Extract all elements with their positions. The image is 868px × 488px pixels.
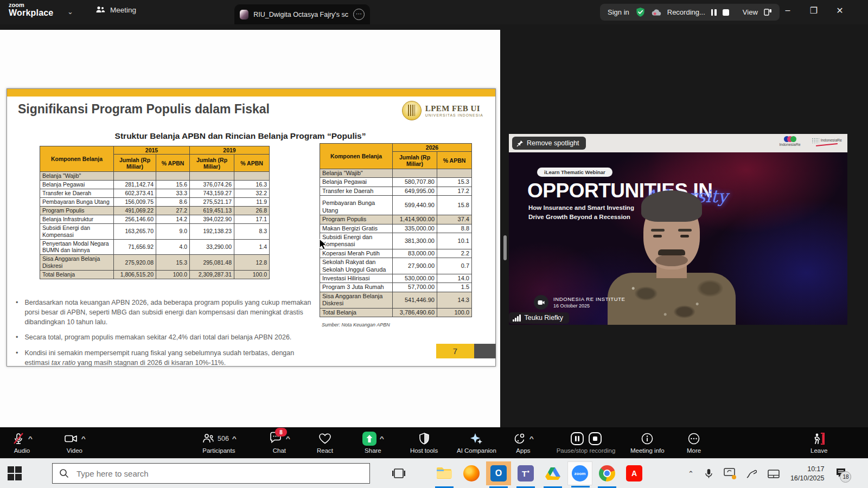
apps-icon: [513, 432, 526, 445]
windows-taskbar: O T● zoom A ⌃ 10:17 16/10/: [0, 458, 868, 488]
minimize-button[interactable]: –: [780, 5, 796, 15]
table-row: Investasi Hilirisasi530,000.0014.0: [320, 274, 472, 283]
bullet-text: Secara total, program populis memakan se…: [24, 333, 291, 343]
search-input[interactable]: [75, 468, 327, 479]
share-button[interactable]: ^ Share: [362, 431, 384, 454]
taskbar-app-outlook[interactable]: O: [486, 461, 511, 485]
tab-meeting-label: Meeting: [110, 6, 136, 14]
slide-bullets: • Berdasarkan nota keuangan APBN 2026, a…: [16, 298, 313, 374]
slide-page-number: 7: [436, 344, 474, 358]
restore-button[interactable]: ❐: [806, 5, 822, 16]
close-button[interactable]: ✕: [832, 5, 848, 16]
tab-screen-share-label: RIU_Dwigita Octasya Fajry's scree: [253, 11, 348, 18]
apps-button[interactable]: ^ Apps: [513, 431, 533, 454]
taskbar-search[interactable]: [52, 463, 370, 484]
meeting-status-pill: Sign in Recording... View: [600, 4, 780, 21]
table-row: Belanja "Wajib": [320, 169, 472, 178]
speaker-name: Teuku Riefky: [525, 314, 564, 322]
taskbar-app-file-explorer[interactable]: [432, 461, 457, 485]
apps-options-chevron[interactable]: ^: [529, 436, 534, 442]
tray-expand-chevron[interactable]: ⌃: [688, 470, 694, 478]
host-tools-button[interactable]: Host tools: [410, 431, 438, 454]
view-button[interactable]: View: [743, 8, 758, 16]
panel-resize-handle[interactable]: [503, 235, 507, 260]
stop-recording-icon[interactable]: [588, 432, 602, 446]
tray-screen-share-icon[interactable]: [724, 468, 735, 479]
shared-screen-area: Signifikansi Program Populis dalam Fiska…: [0, 30, 500, 427]
table-row: Penyertaan Modal Negara BUMN dan lainnya…: [40, 239, 270, 255]
cloud-recording-icon: [652, 9, 661, 16]
audio-options-chevron[interactable]: ^: [28, 436, 33, 442]
pause-recording-icon[interactable]: [711, 9, 717, 16]
taskbar-app-zoom[interactable]: zoom: [567, 461, 592, 485]
notification-center-button[interactable]: 18: [835, 467, 847, 480]
remove-spotlight-label: Remove spotlight: [527, 139, 579, 147]
slide-subtitle: Struktur Belanja APBN dan Rincian Belanj…: [72, 131, 409, 141]
slide-title: Signifikansi Program Populis dalam Fiska…: [18, 102, 270, 117]
webinar-date: 16 October 2025: [553, 303, 626, 309]
table-row: Program 3 Juta Rumah57,700.001.5: [320, 283, 472, 292]
red-swoosh-icon: [816, 143, 838, 146]
chat-button[interactable]: 8 ^ Chat: [269, 431, 290, 454]
google-drive-icon: [545, 467, 560, 480]
firefox-icon: [463, 465, 480, 481]
heart-icon: [318, 432, 332, 445]
tray-microphone-icon[interactable]: [705, 468, 713, 479]
participants-button[interactable]: 506 ^ Participants: [202, 431, 236, 454]
table-row: Belanja Pegawai580,707.8015.3: [320, 178, 472, 187]
video-button[interactable]: ^ Video: [64, 431, 85, 454]
tray-pen-icon[interactable]: [746, 469, 757, 479]
taskbar-app-acrobat[interactable]: A: [622, 461, 647, 485]
slide-page-decoration: [474, 344, 496, 358]
chat-options-chevron[interactable]: ^: [286, 436, 290, 442]
tab-options-icon[interactable]: ⋯: [353, 9, 365, 20]
video-options-chevron[interactable]: ^: [81, 436, 86, 442]
table-row: Sisa Anggaran Belanja Diskresi275,920.08…: [40, 255, 270, 271]
react-button[interactable]: React: [317, 431, 333, 454]
view-layout-icon[interactable]: [764, 8, 772, 16]
stop-recording-icon[interactable]: [723, 9, 729, 16]
participants-icon: [202, 432, 215, 445]
tray-touchpad-icon[interactable]: [768, 470, 780, 478]
chevron-down-icon[interactable]: ⌄: [67, 8, 73, 16]
tab-meeting[interactable]: Meeting: [95, 5, 136, 14]
taskbar-app-google-drive[interactable]: [540, 461, 565, 485]
share-options-chevron[interactable]: ^: [380, 436, 384, 442]
start-button[interactable]: [8, 466, 22, 480]
taskbar-app-firefox[interactable]: [459, 461, 484, 485]
pause-recording-icon[interactable]: [570, 432, 584, 446]
apps-label: Apps: [516, 447, 530, 454]
bullet-dot: •: [16, 349, 18, 368]
taskbar-clock[interactable]: 10:17 16/10/2025: [790, 465, 825, 483]
more-button[interactable]: More: [687, 431, 701, 454]
participants-icon: [95, 5, 106, 14]
speaker-video-tile: IndonesiaRe IndonesiaRe Remove spotlight…: [509, 134, 847, 325]
notification-count-badge: 18: [840, 471, 851, 483]
universitas-indonesia-emblem-icon: [402, 101, 422, 120]
ai-sparkle-icon: [469, 432, 483, 445]
meeting-info-button[interactable]: Meeting info: [630, 431, 665, 454]
table-row: Total Belanja3,786,490.60100.0: [320, 308, 472, 317]
chrome-icon: [599, 465, 615, 481]
leave-button[interactable]: Leave: [810, 431, 827, 454]
bullet-item: • Kondisi ini semakin mempersempit ruang…: [16, 349, 313, 368]
pin-icon: [516, 140, 524, 147]
brand-workplace: Workplace: [9, 9, 53, 18]
security-shield-icon[interactable]: [635, 7, 646, 17]
table-row: Koperasi Merah Putih83,000.002.2: [320, 249, 472, 258]
ai-companion-button[interactable]: AI Companion: [457, 431, 496, 454]
speaker-torso: [608, 273, 736, 325]
pause-stop-recording-button[interactable]: Pause/stop recording: [550, 431, 622, 454]
audio-button[interactable]: ^ Audio: [12, 431, 32, 454]
sign-in-button[interactable]: Sign in: [608, 8, 629, 16]
remove-spotlight-button[interactable]: Remove spotlight: [512, 137, 586, 150]
pause-stop-recording-label: Pause/stop recording: [557, 447, 616, 454]
speaker-name-tag: Teuku Riefky: [509, 312, 569, 324]
tab-screen-share[interactable]: RIU_Dwigita Octasya Fajry's scree ⋯: [234, 4, 370, 24]
dots-grid-icon: [812, 138, 819, 143]
taskbar-app-chrome[interactable]: [595, 461, 620, 485]
task-view-button[interactable]: [386, 461, 411, 485]
participants-options-chevron[interactable]: ^: [232, 436, 237, 442]
taskbar-app-teams[interactable]: T●: [513, 461, 538, 485]
zoom-workplace-logo: zoom Workplace: [9, 2, 53, 17]
